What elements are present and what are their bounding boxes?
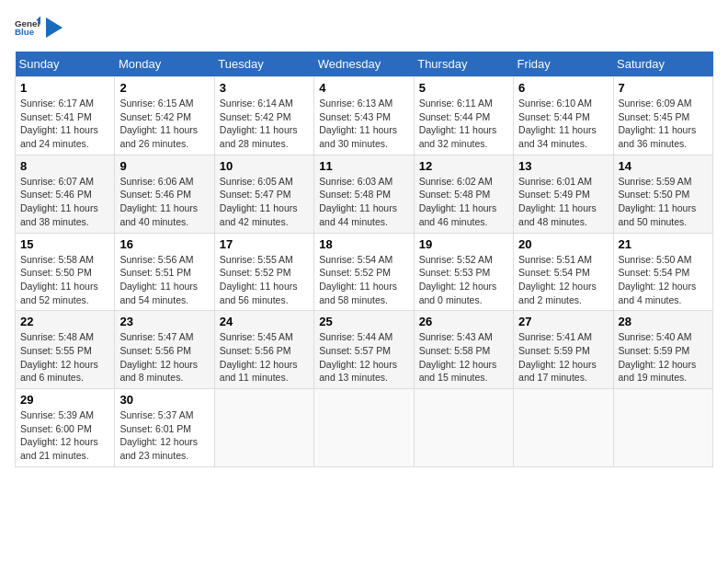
daylight-label: Daylight: 11 hours and 50 minutes. [619, 202, 697, 227]
day-info: Sunrise: 5:59 AM Sunset: 5:50 PM Dayligh… [619, 175, 708, 229]
day-info: Sunrise: 5:39 AM Sunset: 6:00 PM Dayligh… [20, 408, 109, 463]
day-of-week-header: Sunday [16, 52, 115, 77]
sunset-label: Sunset: 6:01 PM [119, 423, 191, 434]
sunrise-label: Sunrise: 6:01 AM [518, 176, 592, 187]
calendar-day-cell [414, 389, 513, 467]
day-info: Sunrise: 6:11 AM Sunset: 5:44 PM Dayligh… [419, 97, 508, 151]
sunrise-label: Sunrise: 5:45 AM [220, 331, 293, 342]
calendar-day-cell: 15 Sunrise: 5:58 AM Sunset: 5:50 PM Dayl… [16, 233, 115, 311]
sunset-label: Sunset: 5:44 PM [518, 111, 590, 122]
calendar-day-cell: 1 Sunrise: 6:17 AM Sunset: 5:41 PM Dayli… [16, 77, 115, 155]
calendar-day-cell [514, 389, 613, 467]
daylight-label: Daylight: 11 hours and 44 minutes. [319, 202, 397, 227]
sunrise-label: Sunrise: 5:48 AM [20, 331, 94, 342]
day-info: Sunrise: 6:09 AM Sunset: 5:45 PM Dayligh… [619, 97, 708, 151]
logo-icon: General Blue [15, 15, 40, 40]
day-info: Sunrise: 6:03 AM Sunset: 5:48 PM Dayligh… [319, 175, 408, 229]
sunset-label: Sunset: 5:53 PM [419, 267, 491, 278]
day-number: 25 [319, 315, 408, 328]
day-number: 16 [119, 237, 209, 251]
calendar-day-cell: 18 Sunrise: 5:54 AM Sunset: 5:52 PM Dayl… [314, 233, 414, 311]
sunrise-label: Sunrise: 6:03 AM [319, 176, 392, 187]
sunrise-label: Sunrise: 5:51 AM [518, 254, 592, 265]
day-info: Sunrise: 6:02 AM Sunset: 5:48 PM Dayligh… [419, 175, 508, 229]
day-info: Sunrise: 5:40 AM Sunset: 5:59 PM Dayligh… [619, 330, 708, 385]
sunset-label: Sunset: 5:52 PM [220, 267, 291, 278]
sunrise-label: Sunrise: 5:50 AM [619, 254, 692, 265]
sunset-label: Sunset: 5:49 PM [518, 189, 590, 200]
calendar-day-cell: 3 Sunrise: 6:14 AM Sunset: 5:42 PM Dayli… [214, 77, 313, 155]
daylight-label: Daylight: 11 hours and 54 minutes. [119, 281, 198, 305]
sunrise-label: Sunrise: 6:05 AM [220, 176, 293, 187]
svg-marker-3 [46, 17, 63, 38]
sunset-label: Sunset: 6:00 PM [20, 423, 92, 434]
sunrise-label: Sunrise: 5:55 AM [220, 254, 293, 265]
calendar-day-cell: 2 Sunrise: 6:15 AM Sunset: 5:42 PM Dayli… [115, 77, 214, 155]
daylight-label: Daylight: 12 hours and 8 minutes. [119, 359, 198, 384]
daylight-label: Daylight: 11 hours and 58 minutes. [319, 281, 397, 305]
day-number: 28 [619, 315, 708, 328]
day-info: Sunrise: 6:17 AM Sunset: 5:41 PM Dayligh… [20, 97, 109, 151]
sunset-label: Sunset: 5:57 PM [319, 345, 391, 356]
daylight-label: Daylight: 11 hours and 32 minutes. [419, 124, 497, 149]
calendar-day-cell: 25 Sunrise: 5:44 AM Sunset: 5:57 PM Dayl… [314, 311, 414, 389]
sunset-label: Sunset: 5:51 PM [119, 267, 191, 278]
daylight-label: Daylight: 12 hours and 21 minutes. [20, 436, 98, 461]
sunset-label: Sunset: 5:56 PM [220, 345, 291, 356]
day-of-week-header: Saturday [613, 52, 712, 77]
day-number: 7 [619, 81, 708, 95]
daylight-label: Daylight: 12 hours and 11 minutes. [220, 359, 298, 384]
day-number: 17 [220, 237, 309, 251]
daylight-label: Daylight: 11 hours and 42 minutes. [220, 202, 298, 227]
calendar-day-cell: 29 Sunrise: 5:39 AM Sunset: 6:00 PM Dayl… [16, 389, 115, 467]
day-number: 18 [319, 237, 408, 251]
calendar-table: SundayMondayTuesdayWednesdayThursdayFrid… [15, 52, 713, 467]
day-info: Sunrise: 5:54 AM Sunset: 5:52 PM Dayligh… [319, 253, 408, 307]
calendar-week-row: 1 Sunrise: 6:17 AM Sunset: 5:41 PM Dayli… [16, 77, 713, 155]
calendar-day-cell: 10 Sunrise: 6:05 AM Sunset: 5:47 PM Dayl… [214, 155, 313, 233]
calendar-day-cell: 17 Sunrise: 5:55 AM Sunset: 5:52 PM Dayl… [214, 233, 313, 311]
daylight-label: Daylight: 11 hours and 34 minutes. [518, 124, 597, 149]
sunset-label: Sunset: 5:47 PM [220, 189, 291, 200]
sunset-label: Sunset: 5:46 PM [20, 189, 92, 200]
sunrise-label: Sunrise: 6:15 AM [119, 98, 193, 109]
day-number: 12 [419, 159, 508, 173]
calendar-day-cell: 12 Sunrise: 6:02 AM Sunset: 5:48 PM Dayl… [414, 155, 513, 233]
sunrise-label: Sunrise: 6:07 AM [20, 176, 94, 187]
daylight-label: Daylight: 12 hours and 13 minutes. [319, 359, 397, 384]
sunrise-label: Sunrise: 5:40 AM [619, 331, 692, 342]
calendar-day-cell: 8 Sunrise: 6:07 AM Sunset: 5:46 PM Dayli… [16, 155, 115, 233]
sunrise-label: Sunrise: 6:14 AM [220, 98, 293, 109]
logo-arrow-icon [46, 17, 63, 38]
sunrise-label: Sunrise: 5:37 AM [119, 409, 193, 420]
day-number: 1 [20, 81, 109, 95]
sunrise-label: Sunrise: 6:09 AM [619, 98, 692, 109]
day-info: Sunrise: 5:41 AM Sunset: 5:59 PM Dayligh… [518, 330, 608, 385]
day-number: 8 [20, 159, 109, 173]
sunrise-label: Sunrise: 5:58 AM [20, 254, 94, 265]
sunrise-label: Sunrise: 6:13 AM [319, 98, 392, 109]
day-info: Sunrise: 6:10 AM Sunset: 5:44 PM Dayligh… [518, 97, 608, 151]
day-info: Sunrise: 6:05 AM Sunset: 5:47 PM Dayligh… [220, 175, 309, 229]
day-number: 24 [220, 315, 309, 328]
day-number: 27 [518, 315, 608, 328]
sunset-label: Sunset: 5:41 PM [20, 111, 92, 122]
daylight-label: Daylight: 12 hours and 17 minutes. [518, 359, 597, 384]
day-info: Sunrise: 6:06 AM Sunset: 5:46 PM Dayligh… [119, 175, 209, 229]
day-number: 11 [319, 159, 408, 173]
sunset-label: Sunset: 5:46 PM [119, 189, 191, 200]
day-info: Sunrise: 5:52 AM Sunset: 5:53 PM Dayligh… [419, 253, 508, 307]
calendar-week-row: 29 Sunrise: 5:39 AM Sunset: 6:00 PM Dayl… [16, 389, 713, 467]
day-number: 2 [119, 81, 209, 95]
sunset-label: Sunset: 5:42 PM [119, 111, 191, 122]
sunrise-label: Sunrise: 6:02 AM [419, 176, 493, 187]
calendar-day-cell [613, 389, 712, 467]
daylight-label: Daylight: 11 hours and 52 minutes. [20, 281, 98, 305]
day-info: Sunrise: 6:01 AM Sunset: 5:49 PM Dayligh… [518, 175, 608, 229]
daylight-label: Daylight: 11 hours and 38 minutes. [20, 202, 98, 227]
calendar-day-cell: 4 Sunrise: 6:13 AM Sunset: 5:43 PM Dayli… [314, 77, 414, 155]
sunrise-label: Sunrise: 5:56 AM [119, 254, 193, 265]
sunrise-label: Sunrise: 5:44 AM [319, 331, 392, 342]
sunrise-label: Sunrise: 5:52 AM [419, 254, 493, 265]
sunrise-label: Sunrise: 5:47 AM [119, 331, 193, 342]
